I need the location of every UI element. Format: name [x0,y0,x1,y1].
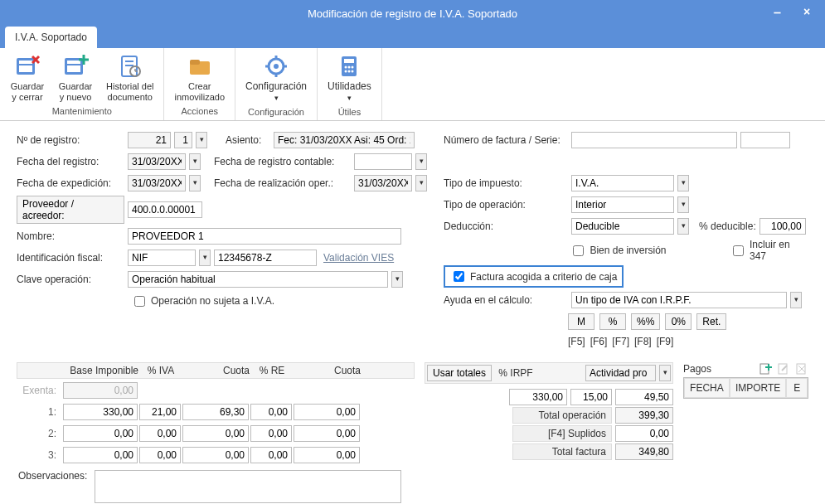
r2-pctre[interactable] [250,425,292,442]
pct-deducible-field[interactable] [759,218,806,235]
validacion-vies-link[interactable]: Validación VIES [323,252,394,264]
id-fiscal-label: Identificación fiscal: [17,252,124,264]
fecha-exp-label: Fecha de expedición: [17,177,124,189]
delete-payment-icon[interactable] [795,362,808,376]
helper-zero-button[interactable]: 0% [665,313,692,330]
incluir-347-checkbox[interactable]: Incluir en 347 [730,239,808,262]
clave-op-field[interactable] [128,271,388,288]
exenta-base[interactable] [63,382,138,399]
ayuda-field[interactable] [571,292,787,308]
folder-icon [187,53,213,80]
criterio-caja-box[interactable]: Factura acogida a criterio de caja [444,265,624,288]
row-2: 2: [17,424,415,443]
svg-point-19 [274,64,279,69]
tipo-imp-drop[interactable]: ▾ [677,175,689,191]
irpf-pct[interactable] [570,389,612,405]
lbl-exenta: Exenta: [18,385,61,396]
config-button[interactable]: Configuración▾ [240,51,312,105]
fecha-reg-cont-field[interactable] [354,153,412,170]
tipo-op-drop[interactable]: ▾ [677,196,689,213]
ph-e: E [786,378,808,398]
svg-rect-2 [19,65,32,72]
id-fiscal-tipo-field[interactable] [128,250,196,266]
proveedor-button[interactable]: Proveedor / acreedor: [17,196,124,224]
suplidos-label[interactable]: [F4] Suplidos [512,425,612,442]
helper-ret-button[interactable]: Ret. [696,313,726,330]
helper-pct-button[interactable]: % [599,313,626,330]
r1-cuota1[interactable] [182,404,249,420]
utilities-button[interactable]: Utilidades▾ [323,51,376,105]
criterio-caja-input[interactable] [454,271,464,282]
f5-label: [F5] [568,336,585,347]
ayuda-label: Ayuda en el cálculo: [444,294,568,306]
history-button[interactable]: Historial del documento [101,51,158,104]
minimize-button[interactable]: ‒ [762,0,792,23]
ayuda-drop[interactable]: ▾ [790,292,802,308]
fecha-reg-field[interactable] [128,153,186,170]
bien-inversion-checkbox[interactable]: Bien de inversión [570,243,685,259]
op-no-sujeta-input[interactable] [134,296,145,307]
clave-op-drop[interactable]: ▾ [391,271,403,288]
pagos-label: Pagos [683,363,711,375]
usar-totales-button[interactable]: Usar totales [427,365,492,381]
r1-pctre[interactable] [250,404,292,420]
irpf-ret[interactable] [615,389,673,405]
id-fiscal-num-field[interactable] [214,250,317,266]
obs-textarea[interactable] [95,470,401,503]
serie-field[interactable] [740,132,790,148]
r3-pctiva[interactable] [139,447,181,463]
nombre-field[interactable] [128,228,401,245]
create-asset-button[interactable]: Crear inmovilizado [169,51,230,104]
proveedor-field[interactable] [128,201,202,218]
fecha-exp-drop[interactable]: ▾ [189,175,201,191]
op-no-sujeta-checkbox[interactable]: Operación no sujeta a I.V.A. [131,293,274,309]
r1-base[interactable] [63,404,138,420]
edit-payment-icon[interactable] [777,362,790,376]
suplidos-field[interactable] [615,425,673,442]
deduccion-drop[interactable]: ▾ [677,218,689,235]
r1-pctiva[interactable] [139,404,181,420]
fecha-reg-drop[interactable]: ▾ [189,153,201,170]
num-registro-b-field[interactable] [174,132,192,148]
tipo-op-field[interactable] [571,196,674,213]
deduccion-field[interactable] [571,218,674,235]
r1-cuota2[interactable] [294,404,360,420]
fecha-reg-cont-drop[interactable]: ▾ [415,153,427,170]
helper-m-button[interactable]: M [568,313,594,330]
incluir-347-input[interactable] [733,245,744,256]
num-factura-field[interactable] [571,132,737,148]
total-op-field [615,407,673,424]
asiento-label: Asiento: [226,134,270,146]
bien-inversion-input[interactable] [573,245,584,256]
tab-iva-soportado[interactable]: I.V.A. Soportado [5,27,97,48]
r2-base[interactable] [63,425,138,442]
r3-pctre[interactable] [250,447,292,463]
fecha-real-field[interactable] [354,175,412,191]
actividad-drop[interactable]: ▾ [659,365,671,381]
asiento-field[interactable] [274,132,415,148]
r3-cuota1[interactable] [182,447,249,463]
r2-cuota1[interactable] [182,425,249,442]
tipo-imp-label: Tipo de impuesto: [444,177,568,189]
fecha-exp-field[interactable] [128,175,186,191]
fecha-real-drop[interactable]: ▾ [415,175,427,191]
num-registro-field[interactable] [128,132,171,148]
r3-cuota2[interactable] [294,447,360,463]
irpf-base[interactable] [509,389,567,405]
save-close-button[interactable]: Guardar y cerrar [5,51,50,104]
r2-cuota2[interactable] [294,425,360,442]
r3-base[interactable] [63,447,138,463]
r2-pctiva[interactable] [139,425,181,442]
id-fiscal-tipo-drop[interactable]: ▾ [199,250,211,266]
actividad-field[interactable] [585,365,656,381]
num-registro-dropdown[interactable]: ▾ [196,132,207,148]
total-op-label: Total operación [512,407,612,424]
close-button[interactable]: × [792,0,822,23]
helper-pctpct-button[interactable]: %% [631,313,660,330]
svg-rect-25 [344,59,354,63]
tipo-op-label: Tipo de operación: [444,199,568,211]
tipo-imp-field[interactable] [571,175,674,191]
h-cuota1: Cuota [183,365,250,376]
add-payment-icon[interactable] [759,362,772,376]
save-new-button[interactable]: Guardar y nuevo [53,51,98,104]
